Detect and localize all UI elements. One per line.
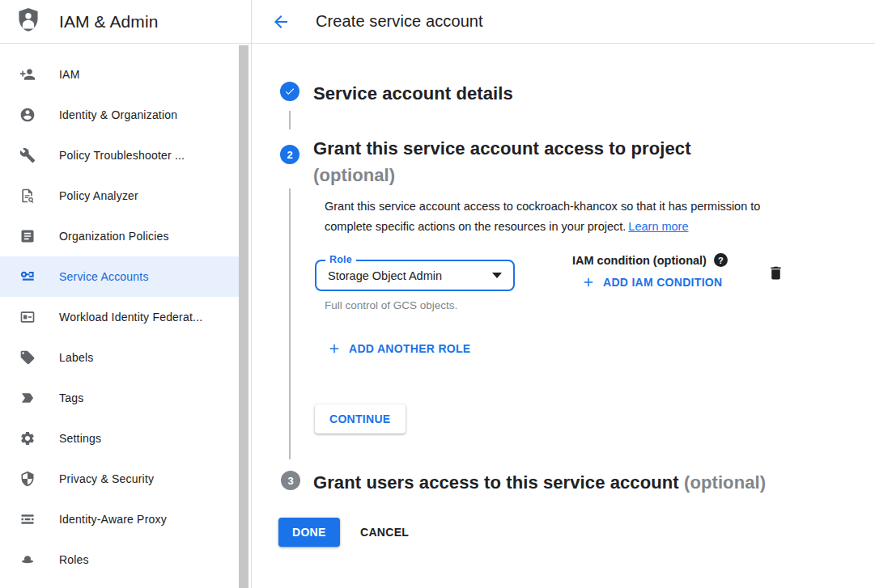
left-column: IAM & Admin IAM Identity & Organization … <box>0 0 252 588</box>
sidebar-item-policy-troubleshooter[interactable]: Policy Troubleshooter ... <box>0 135 239 176</box>
step1-done-check-icon <box>280 82 299 101</box>
wrench-icon <box>19 147 36 163</box>
brand-header: IAM & Admin <box>0 0 251 44</box>
continue-button[interactable]: CONTINUE <box>315 404 406 434</box>
sidebar-item-identity-aware-proxy[interactable]: Identity-Aware Proxy <box>0 499 239 539</box>
product-title: IAM & Admin <box>59 12 158 32</box>
step2-number-badge: 2 <box>280 145 299 164</box>
sidebar-item-tags[interactable]: Tags <box>0 378 239 418</box>
iam-condition-label: IAM condition (optional) <box>572 254 707 267</box>
step3-optional-text: (optional) <box>684 472 766 493</box>
step3-title-text: Grant users access to this service accou… <box>313 472 679 493</box>
badge-card-icon <box>19 309 36 325</box>
label-tag-icon <box>19 349 36 366</box>
step2-optional-text: (optional) <box>313 162 691 188</box>
delete-role-trash-icon[interactable] <box>767 264 784 281</box>
sidebar-item-roles[interactable]: Roles <box>0 539 239 580</box>
shield-person-logo-icon <box>16 7 40 36</box>
add-iam-condition-button[interactable]: ADD IAM CONDITION <box>581 275 722 290</box>
add-another-role-button[interactable]: ADD ANOTHER ROLE <box>327 341 471 356</box>
help-icon[interactable]: ? <box>714 253 728 267</box>
shield-half-icon <box>19 471 36 487</box>
step2-title: Grant this service account access to pro… <box>313 135 691 188</box>
sidebar-scrollbar[interactable] <box>239 45 248 588</box>
document-lines-icon <box>19 228 36 244</box>
proxy-strip-icon <box>19 511 36 527</box>
service-account-key-icon <box>19 269 36 285</box>
plus-icon <box>581 275 596 290</box>
sidebar-item-identity-organization[interactable]: Identity & Organization <box>0 95 239 135</box>
sidebar-item-organization-policies[interactable]: Organization Policies <box>0 216 239 256</box>
tag-arrow-icon <box>19 390 36 406</box>
sidebar-item-privacy-security[interactable]: Privacy & Security <box>0 459 239 499</box>
step-connector <box>289 111 291 129</box>
step2-title-text: Grant this service account access to pro… <box>313 135 691 162</box>
sidebar-item-policy-analyzer[interactable]: Policy Analyzer <box>0 176 239 216</box>
policy-analyzer-icon <box>19 188 36 204</box>
page-title: Create service account <box>316 12 483 31</box>
step1-title: Service account details <box>313 80 513 107</box>
step2-description: Grant this service account access to coc… <box>325 197 799 237</box>
sidebar-item-workload-identity-federat[interactable]: Workload Identity Federat... <box>0 297 239 337</box>
person-add-icon <box>19 66 36 82</box>
back-arrow-icon[interactable] <box>271 12 291 32</box>
gear-icon <box>19 430 36 446</box>
main-column: Create service account Service account d… <box>252 0 875 588</box>
step3-title: Grant users access to this service accou… <box>313 469 766 496</box>
sidebar-item-labels[interactable]: Labels <box>0 337 239 378</box>
iam-condition-header: IAM condition (optional) ? <box>572 253 728 267</box>
sidebar-item-iam[interactable]: IAM <box>0 54 239 95</box>
sidebar-nav: IAM Identity & Organization Policy Troub… <box>0 44 251 580</box>
step3-number-badge: 3 <box>281 471 300 490</box>
app-window: IAM & Admin IAM Identity & Organization … <box>0 0 875 588</box>
plus-icon <box>327 341 342 356</box>
role-select[interactable]: Role Storage Object Admin <box>315 260 515 291</box>
roles-hat-icon <box>19 552 36 568</box>
sidebar-item-settings[interactable]: Settings <box>0 418 239 459</box>
role-helper-text: Full control of GCS objects. <box>325 299 457 311</box>
sidebar: IAM Identity & Organization Policy Troub… <box>0 44 251 588</box>
dropdown-caret-icon <box>492 273 502 278</box>
sidebar-item-service-accounts[interactable]: Service Accounts <box>0 256 239 297</box>
role-field-label: Role <box>325 254 356 265</box>
role-selected-value: Storage Object Admin <box>328 269 486 282</box>
create-service-account-form: Service account details 2 Grant this ser… <box>252 44 875 588</box>
done-button[interactable]: DONE <box>278 518 340 547</box>
learn-more-link[interactable]: Learn more <box>628 220 688 233</box>
cancel-button[interactable]: CANCEL <box>349 518 420 547</box>
page-header: Create service account <box>252 0 875 44</box>
step-connector <box>289 188 291 459</box>
account-circle-icon <box>19 107 36 123</box>
